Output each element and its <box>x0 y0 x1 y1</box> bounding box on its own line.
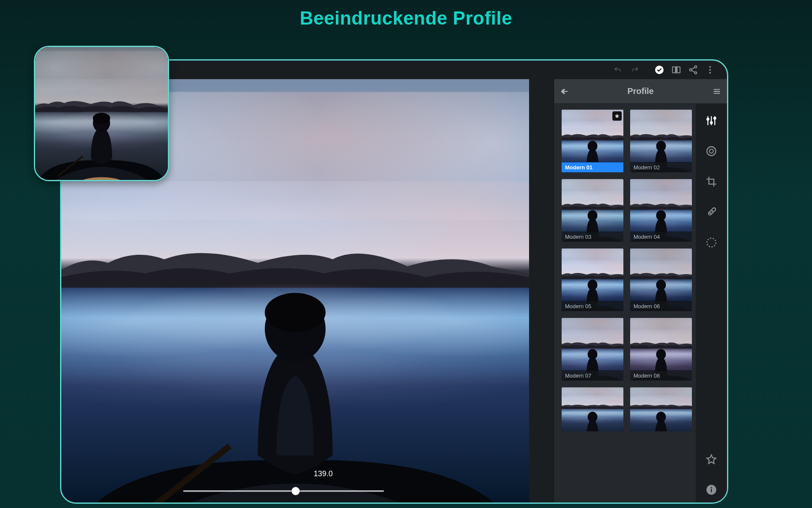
svg-point-36 <box>714 117 716 119</box>
svg-point-4 <box>695 66 697 68</box>
profile-label: Modern 02 <box>630 162 692 172</box>
done-button[interactable] <box>651 61 668 78</box>
svg-point-46 <box>710 487 712 488</box>
panel-title: Profile <box>574 86 707 96</box>
profile-thumb[interactable]: Modern 01 <box>562 110 623 172</box>
svg-point-5 <box>690 69 692 71</box>
svg-line-8 <box>691 70 694 72</box>
svg-point-24 <box>656 210 666 221</box>
profile-preview <box>630 387 692 431</box>
before-preview <box>34 46 169 181</box>
svg-marker-21 <box>615 114 620 118</box>
compare-icon <box>671 65 681 75</box>
svg-point-28 <box>656 349 666 360</box>
arrow-left-icon <box>560 87 569 96</box>
star-icon <box>705 453 717 465</box>
slider-track <box>183 490 384 492</box>
svg-point-10 <box>709 69 711 71</box>
profile-grid: Modern 01 Modern 02 Modern 03 Modern 04 … <box>554 104 696 504</box>
tool-rail <box>696 104 727 504</box>
svg-point-15 <box>265 293 326 332</box>
healing-tool[interactable] <box>700 197 723 227</box>
svg-rect-1 <box>672 67 675 73</box>
svg-line-7 <box>691 67 694 69</box>
profile-thumb[interactable]: Modern 06 <box>630 248 692 311</box>
profile-thumb[interactable]: Modern 08 <box>630 318 692 381</box>
more-button[interactable] <box>702 61 719 78</box>
profile-thumb[interactable]: Modern 02 <box>630 110 692 172</box>
profile-panel: Profile Modern 01 Modern 02 Modern 03 Mo… <box>554 79 727 504</box>
masking-tool[interactable] <box>700 227 723 258</box>
svg-point-42 <box>707 238 716 247</box>
profile-preview <box>562 387 623 431</box>
panel-header: Profile <box>554 79 727 104</box>
profile-thumb[interactable]: Modern 03 <box>562 179 623 242</box>
profile-label: Modern 08 <box>630 370 692 381</box>
undo-button[interactable] <box>609 61 626 78</box>
profile-thumb[interactable]: Modern 05 <box>562 248 623 311</box>
share-button[interactable] <box>685 61 702 78</box>
original-photo <box>35 47 168 180</box>
adjust-tool[interactable] <box>700 105 723 136</box>
svg-point-34 <box>707 118 709 120</box>
svg-point-30 <box>656 411 666 422</box>
profile-thumb[interactable] <box>562 387 623 431</box>
profile-label: Modern 06 <box>630 301 692 311</box>
svg-point-20 <box>587 141 597 152</box>
svg-point-6 <box>695 72 697 74</box>
share-icon <box>688 65 698 75</box>
compare-button[interactable] <box>668 61 685 78</box>
masking-icon <box>705 237 717 248</box>
lens-icon <box>705 145 717 157</box>
optics-tool[interactable] <box>700 136 723 166</box>
svg-point-26 <box>656 280 666 290</box>
redo-button[interactable] <box>626 61 643 78</box>
svg-point-25 <box>587 280 597 290</box>
crop-icon <box>705 176 717 188</box>
check-circle-icon <box>654 65 664 75</box>
hamburger-icon <box>712 87 721 96</box>
svg-point-41 <box>712 211 713 212</box>
profile-thumb[interactable]: Modern 07 <box>562 318 623 381</box>
profile-label: Modern 07 <box>562 370 623 381</box>
svg-rect-2 <box>677 67 680 73</box>
profile-thumb[interactable] <box>630 387 692 431</box>
crop-tool[interactable] <box>700 166 723 197</box>
svg-point-23 <box>587 210 597 221</box>
bandage-icon <box>705 206 717 218</box>
panel-menu-button[interactable] <box>707 87 727 96</box>
svg-point-29 <box>587 411 597 422</box>
favorite-badge <box>612 111 622 121</box>
kebab-icon <box>705 65 715 75</box>
info-icon <box>705 484 717 496</box>
intensity-readout: 139.0 <box>314 469 333 478</box>
favorite-tool[interactable] <box>700 444 723 475</box>
svg-point-38 <box>709 149 713 153</box>
svg-point-9 <box>709 66 711 68</box>
svg-point-22 <box>656 141 666 152</box>
svg-point-11 <box>709 72 711 74</box>
profile-label: Modern 05 <box>562 301 623 311</box>
redo-icon <box>630 65 640 75</box>
svg-point-35 <box>710 121 713 124</box>
info-tool[interactable] <box>700 475 723 504</box>
star-icon <box>614 113 620 119</box>
slider-knob[interactable] <box>291 487 300 495</box>
intensity-slider[interactable] <box>183 486 384 496</box>
undo-icon <box>613 65 623 75</box>
profile-label: Modern 03 <box>562 232 623 242</box>
svg-marker-43 <box>707 455 716 464</box>
svg-point-40 <box>710 213 711 213</box>
svg-point-37 <box>707 147 716 156</box>
panel-back-button[interactable] <box>554 87 574 96</box>
svg-point-27 <box>587 349 597 360</box>
canvas-controls: 139.0 <box>61 469 529 499</box>
profile-label: Modern 01 <box>562 162 623 172</box>
sliders-icon <box>705 115 717 127</box>
profile-thumb[interactable]: Modern 04 <box>630 179 692 242</box>
profile-label: Modern 04 <box>630 232 692 242</box>
svg-rect-45 <box>711 489 712 492</box>
promo-headline: Beeindruckende Profile <box>0 8 812 29</box>
svg-point-49 <box>93 113 110 124</box>
